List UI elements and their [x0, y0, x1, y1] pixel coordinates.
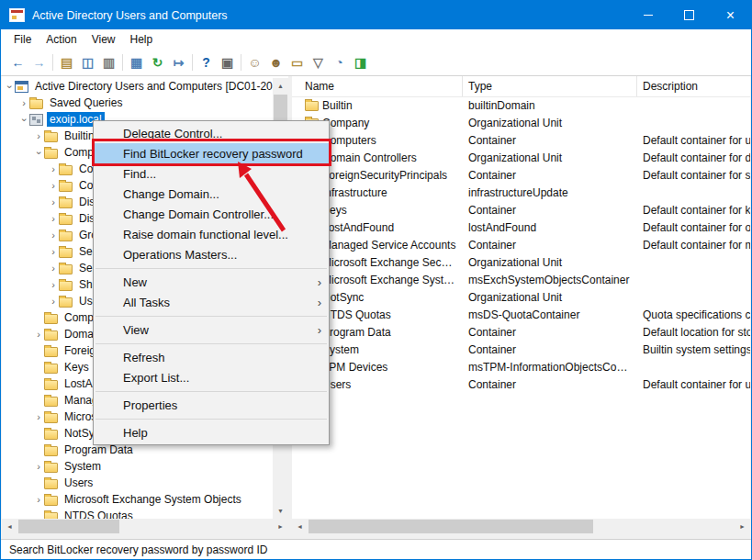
close-icon: × [726, 8, 735, 23]
list-item-notsync[interactable]: NotSyncOrganizational Unit [292, 288, 750, 306]
refresh-icon[interactable]: ↻ [147, 52, 168, 73]
tree-item-ntds-quotas[interactable]: NTDS Quotas [2, 508, 273, 519]
expander-closed-icon[interactable]: › [48, 263, 59, 274]
scroll-left-icon[interactable]: ◄ [292, 519, 308, 534]
context-item-raise-domain-functional-level[interactable]: Raise domain functional level... [94, 224, 329, 244]
add-user-icon[interactable]: ☺ [244, 52, 265, 73]
menu-view[interactable]: View [84, 30, 123, 49]
expander-closed-icon[interactable]: › [48, 230, 59, 241]
expander-closed-icon[interactable]: › [48, 164, 59, 174]
tree-hscroll-thumb[interactable] [18, 520, 119, 533]
expander-closed-icon[interactable]: › [48, 280, 59, 290]
forward-icon[interactable]: → [28, 52, 50, 73]
expander-closed-icon[interactable]: › [48, 197, 59, 207]
list-item-managed-service-accounts[interactable]: Managed Service AccountsContainerDefault… [292, 236, 750, 253]
filter-icon[interactable]: ▽ [308, 52, 329, 73]
context-item-operations-masters[interactable]: Operations Masters... [94, 244, 329, 264]
expander-closed-icon[interactable]: › [48, 181, 59, 191]
list-item-company[interactable]: CompanyOrganizational Unit [292, 114, 750, 131]
expander-open-icon[interactable]: › [34, 147, 44, 158]
help-icon[interactable]: ? [196, 52, 217, 73]
scroll-down-icon[interactable]: ▼ [273, 503, 288, 519]
tree-item-users[interactable]: Users [2, 475, 273, 491]
context-item-delegate-control[interactable]: Delegate Control... [94, 123, 329, 143]
tree-item-system[interactable]: ›System [2, 458, 273, 475]
add-ou-icon[interactable]: ▭ [286, 52, 308, 73]
list-item-lostandfound[interactable]: LostAndFoundlostAndFoundDefault containe… [292, 218, 750, 236]
list-item-keys[interactable]: KeysContainerDefault container for key o… [292, 201, 750, 218]
expander-closed-icon[interactable]: › [33, 462, 44, 472]
list-item-users[interactable]: UsersContainerDefault container for upgr… [292, 375, 750, 393]
list-hscroll-thumb[interactable] [309, 520, 593, 533]
minimize-button[interactable] [627, 1, 668, 29]
menu-action[interactable]: Action [39, 30, 84, 49]
item-name: LostAndFound [322, 221, 457, 234]
list-item-foreignsecurityprincipals[interactable]: ForeignSecurityPrincipalsContainerDefaul… [292, 166, 750, 184]
list-item-tpm-devices[interactable]: TPM DevicesmsTPM-InformationObjectsConta… [292, 358, 750, 375]
context-item-change-domain[interactable]: Change Domain... [94, 184, 329, 204]
column-header-description[interactable]: Description [637, 76, 750, 96]
context-item-find-bitlocker-recovery-password[interactable]: Find BitLocker recovery password [94, 143, 329, 163]
context-item-find[interactable]: Find... [94, 163, 329, 184]
list-item-system[interactable]: SystemContainerBuiltin system settings [292, 341, 750, 358]
add-group-icon[interactable]: ☻ [265, 52, 286, 73]
table-icon[interactable]: ▣ [217, 52, 238, 73]
tree-item-saved-queries[interactable]: ›Saved Queries [2, 95, 273, 111]
maximize-button[interactable] [668, 1, 710, 29]
tree-item-active-directory-users-and-computers-dc01-2022[interactable]: ›Active Directory Users and Computers [D… [2, 78, 273, 95]
context-item-export-list[interactable]: Export List... [94, 367, 329, 387]
chart-icon[interactable]: ◨ [350, 52, 371, 73]
scroll-left-icon[interactable]: ◄ [2, 519, 17, 534]
scroll-right-icon[interactable]: ► [273, 519, 288, 534]
list-item-infrastructure[interactable]: InfrastructureinfrastructureUpdate [292, 184, 750, 201]
ou-icon [59, 182, 73, 192]
expander-closed-icon[interactable]: › [48, 247, 59, 257]
clipboard-icon[interactable]: ▥ [98, 52, 119, 73]
close-button[interactable]: × [710, 1, 751, 29]
window-icon[interactable]: ▦ [126, 52, 147, 73]
list-item-microsoft-exchange-security-groups[interactable]: Microsoft Exchange Security GroupsOrgani… [292, 253, 750, 271]
maximize-icon [684, 10, 694, 20]
context-item-label: Export List... [123, 371, 189, 385]
list-item-builtin[interactable]: BuiltinbuiltinDomain [292, 96, 750, 114]
list-item-microsoft-exchange-system-objects[interactable]: Microsoft Exchange System ObjectsmsExchS… [292, 271, 750, 288]
expander-closed-icon[interactable]: › [33, 412, 44, 422]
expander-closed-icon[interactable]: › [48, 214, 59, 224]
column-header-name[interactable]: Name [292, 76, 463, 96]
tree-horizontal-scrollbar[interactable]: ◄ ► [2, 519, 288, 534]
expander-closed-icon[interactable]: › [33, 131, 44, 141]
context-item-change-domain-controller[interactable]: Change Domain Controller... [94, 204, 329, 224]
menu-help[interactable]: Help [123, 30, 161, 49]
document-icon[interactable]: ▤ [56, 52, 77, 73]
column-header-type[interactable]: Type [463, 76, 637, 96]
tree-item-microsoft-exchange-system-objects[interactable]: ›Microsoft Exchange System Objects [2, 491, 273, 508]
export-list-icon[interactable]: ↦ [168, 52, 189, 73]
scroll-up-icon[interactable]: ▲ [273, 78, 288, 94]
list-item-computers[interactable]: ComputersContainerDefault container for … [292, 131, 750, 149]
clock-icon[interactable]: ◔ [329, 52, 350, 73]
context-item-label: New [123, 275, 147, 289]
show-hide-console-tree-icon[interactable]: ◫ [77, 52, 98, 73]
list-item-ntds-quotas[interactable]: NTDS QuotasmsDS-QuotaContainerQuota spec… [292, 306, 750, 323]
list-item-domain-controllers[interactable]: Domain ControllersOrganizational UnitDef… [292, 149, 750, 166]
expander-closed-icon[interactable]: › [33, 330, 44, 340]
menu-bar: FileActionViewHelp [1, 29, 751, 50]
list-horizontal-scrollbar[interactable]: ◄ ► [292, 519, 750, 534]
cell-description: Default container for domain controllers [637, 151, 750, 164]
expander-closed-icon[interactable]: › [18, 98, 29, 108]
back-icon[interactable]: ← [7, 52, 28, 73]
list-item-program-data[interactable]: Program DataContainerDefault location fo… [292, 323, 750, 341]
context-item-properties[interactable]: Properties [94, 395, 329, 415]
scroll-right-icon[interactable]: ► [735, 519, 750, 534]
context-item-view[interactable]: View› [94, 319, 329, 340]
context-item-help[interactable]: Help [94, 422, 329, 442]
expander-closed-icon[interactable]: › [48, 297, 59, 307]
expander-closed-icon[interactable]: › [33, 495, 44, 505]
expander-open-icon[interactable]: › [5, 81, 15, 92]
context-item-all-tasks[interactable]: All Tasks› [94, 292, 329, 312]
context-item-refresh[interactable]: Refresh [94, 347, 329, 367]
expander-open-icon[interactable]: › [19, 114, 29, 125]
cell-type: builtinDomain [463, 99, 637, 112]
menu-file[interactable]: File [6, 30, 39, 49]
context-item-new[interactable]: New› [94, 272, 329, 292]
